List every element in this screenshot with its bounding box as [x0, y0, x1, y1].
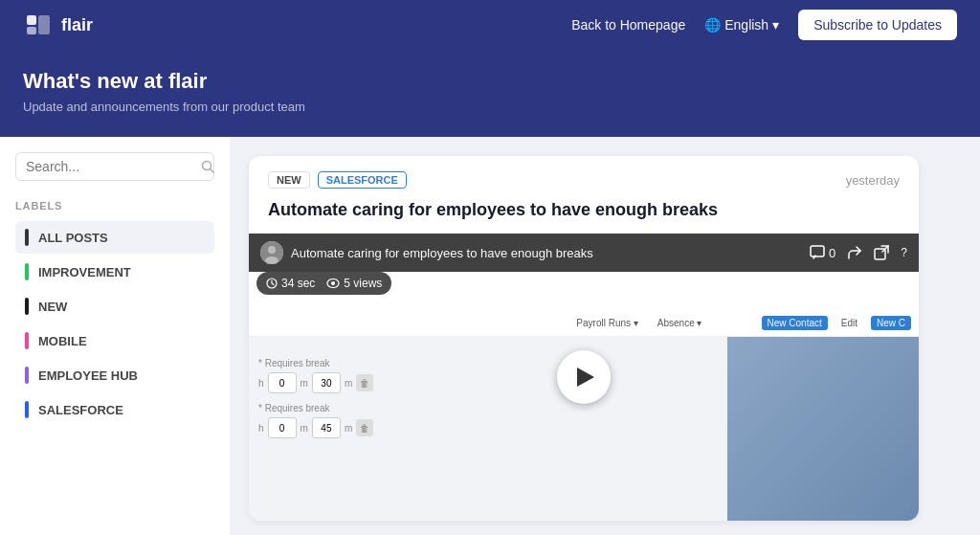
- svg-rect-0: [27, 15, 36, 25]
- video-avatar: [260, 241, 283, 264]
- label-dot-mobile: [25, 332, 29, 349]
- tag-new: NEW: [268, 171, 310, 189]
- svg-rect-1: [27, 27, 36, 34]
- label-dot-improvement: [25, 263, 29, 280]
- h-input-1: 0: [268, 372, 297, 393]
- video-left-panel: * Requires break h 0 m 30 m 🗑 * R: [249, 310, 727, 521]
- m-label-1: m: [301, 378, 308, 389]
- fake-new-contact-btn: New Contact: [762, 316, 828, 330]
- search-input[interactable]: [26, 159, 193, 174]
- form-row-2: h 0 m 45 m 🗑: [258, 417, 718, 438]
- break-form-group-2: * Requires break h 0 m 45 m 🗑: [258, 403, 718, 438]
- tag-salesforce: SALESFORCE: [318, 171, 407, 189]
- share-button[interactable]: [847, 245, 862, 260]
- h-label-2: h: [258, 423, 264, 434]
- sidebar-item-new[interactable]: NEW: [15, 290, 214, 323]
- label-dot-employee-hub: [25, 367, 29, 384]
- label-text-salesforce: SALESFORCE: [38, 403, 123, 417]
- break-label-2: * Requires break: [258, 403, 718, 413]
- fake-edit-btn: Edit: [835, 316, 863, 330]
- label-text-mobile: MOBILE: [38, 334, 87, 348]
- video-title-bar: Automate caring for employees to have en…: [260, 241, 593, 264]
- delete-btn-2: 🗑: [356, 419, 373, 436]
- external-link-button[interactable]: [874, 245, 889, 260]
- hero-title: What's new at flair: [23, 69, 957, 94]
- search-icon: [201, 160, 214, 173]
- sidebar-item-employee-hub[interactable]: EMPLOYEE HUB: [15, 359, 214, 391]
- hero-subtitle: Update and announcements from our produc…: [23, 100, 957, 114]
- m-input-1: 30: [312, 372, 341, 393]
- post-title: Automate caring for employees to have en…: [249, 200, 919, 234]
- external-link-icon: [874, 245, 889, 260]
- video-title-text: Automate caring for employees to have en…: [291, 246, 593, 260]
- main-layout: LABELS ALL POSTS IMPROVEMENT NEW MOBILE …: [0, 137, 980, 535]
- chevron-down-icon: ▾: [772, 17, 779, 33]
- post-header: NEW SALESFORCE yesterday: [249, 156, 919, 200]
- label-text-new: NEW: [38, 300, 67, 314]
- comment-button[interactable]: 0: [810, 245, 835, 260]
- sidebar-item-improvement[interactable]: IMPROVEMENT: [15, 256, 214, 288]
- language-label: English: [724, 17, 768, 33]
- language-selector[interactable]: 🌐 English ▾: [704, 17, 779, 33]
- label-dot-all-posts: [25, 229, 29, 246]
- share-icon: [847, 245, 862, 260]
- views-stat: 5 views: [326, 277, 382, 290]
- svg-point-13: [331, 281, 335, 285]
- label-dot-new: [25, 298, 29, 315]
- delete-btn-1: 🗑: [356, 374, 373, 391]
- hero-section: What's new at flair Update and announcem…: [0, 50, 980, 137]
- post-card: NEW SALESFORCE yesterday Automate caring…: [249, 156, 919, 521]
- logo-area: flair: [23, 10, 93, 40]
- duration-text: 34 sec: [281, 277, 315, 290]
- sidebar-item-mobile[interactable]: MOBILE: [15, 324, 214, 357]
- fake-app-bar: Payroll Runs ▾ Absence ▾ New Contact Edi…: [249, 310, 919, 337]
- post-date: yesterday: [846, 173, 900, 188]
- fake-nav-absence: Absence ▾: [652, 316, 708, 330]
- content-area: NEW SALESFORCE yesterday Automate caring…: [230, 137, 980, 535]
- help-button[interactable]: ?: [901, 246, 907, 259]
- video-actions: 0 ?: [810, 245, 907, 260]
- svg-point-7: [265, 256, 278, 264]
- h-input-2: 0: [268, 417, 297, 438]
- h-label-1: h: [258, 378, 264, 389]
- clock-icon: [266, 278, 278, 289]
- break-form-group-1: * Requires break h 0 m 30 m 🗑: [258, 358, 718, 393]
- m-label-1b: m: [345, 378, 352, 389]
- svg-point-6: [268, 246, 276, 254]
- video-container[interactable]: Automate caring for employees to have en…: [249, 234, 919, 521]
- label-text-all-posts: ALL POSTS: [38, 231, 108, 245]
- play-triangle-icon: [577, 368, 594, 387]
- back-to-homepage-link[interactable]: Back to Homepage: [571, 17, 685, 33]
- svg-line-4: [211, 169, 214, 173]
- comment-icon: [810, 245, 825, 260]
- question-mark-icon: ?: [901, 246, 907, 259]
- duration-stat: 34 sec: [266, 277, 315, 290]
- sidebar-item-all-posts[interactable]: ALL POSTS: [15, 221, 214, 254]
- search-box[interactable]: [15, 152, 214, 181]
- play-button[interactable]: [557, 350, 611, 404]
- sidebar-item-salesforce[interactable]: SALESFORCE: [15, 393, 214, 426]
- subscribe-button[interactable]: Subscribe to Updates: [798, 10, 957, 40]
- label-text-improvement: IMPROVEMENT: [38, 265, 131, 279]
- label-text-employee-hub: EMPLOYEE HUB: [38, 368, 138, 383]
- fake-nav-payroll: Payroll Runs ▾: [570, 316, 643, 330]
- label-dot-salesforce: [25, 401, 29, 418]
- comment-count: 0: [829, 246, 835, 260]
- fake-new-c-btn: New C: [871, 316, 911, 330]
- form-row-1: h 0 m 30 m 🗑: [258, 372, 718, 393]
- m-label-2b: m: [345, 423, 352, 434]
- sidebar: LABELS ALL POSTS IMPROVEMENT NEW MOBILE …: [0, 137, 230, 535]
- eye-icon: [326, 279, 340, 288]
- video-content: * Requires break h 0 m 30 m 🗑 * R: [249, 310, 919, 521]
- break-label-1: * Requires break: [258, 358, 718, 368]
- views-text: 5 views: [344, 277, 382, 290]
- flair-logo-icon: [23, 10, 54, 40]
- m-label-2: m: [301, 423, 308, 434]
- header-right: Back to Homepage 🌐 English ▾ Subscribe t…: [571, 10, 957, 40]
- m-input-2: 45: [312, 417, 341, 438]
- svg-rect-2: [38, 15, 50, 34]
- post-tags: NEW SALESFORCE: [268, 171, 407, 189]
- video-overlay-bar: Automate caring for employees to have en…: [249, 234, 919, 272]
- svg-rect-8: [811, 246, 824, 256]
- labels-heading: LABELS: [15, 200, 214, 212]
